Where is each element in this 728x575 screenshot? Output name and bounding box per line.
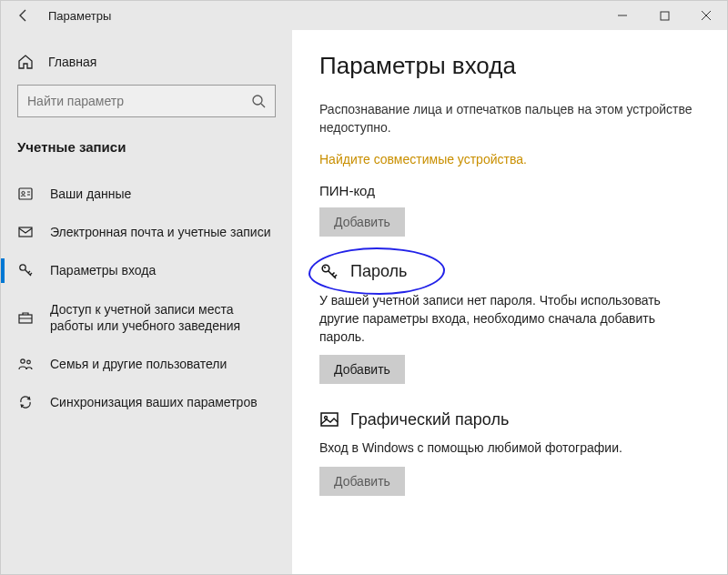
close-button[interactable] xyxy=(685,1,727,30)
main-content: Параметры входа Распознавание лица и отп… xyxy=(292,30,727,574)
picture-password-title: Графический пароль xyxy=(350,410,509,429)
svg-line-11 xyxy=(28,271,30,273)
sidebar-section-label: Учетные записи xyxy=(1,134,292,167)
picture-password-add-button[interactable]: Добавить xyxy=(319,467,405,496)
password-section: Пароль У вашей учетной записи нет пароля… xyxy=(319,262,700,385)
svg-rect-1 xyxy=(661,12,669,20)
svg-line-21 xyxy=(335,275,338,277)
back-button[interactable] xyxy=(10,2,37,29)
titlebar: Параметры xyxy=(1,1,727,30)
sidebar-item-work-school[interactable]: Доступ к учетной записи места работы или… xyxy=(1,290,292,345)
home-icon xyxy=(17,54,35,70)
search-box[interactable] xyxy=(17,85,276,117)
sidebar-item-email-accounts[interactable]: Электронная почта и учетные записи xyxy=(1,213,292,251)
briefcase-icon xyxy=(17,309,35,326)
sidebar-item-label: Параметры входа xyxy=(50,262,276,278)
password-add-button[interactable]: Добавить xyxy=(319,355,405,384)
window-title: Параметры xyxy=(48,9,111,23)
sidebar-item-family[interactable]: Семья и другие пользователи xyxy=(1,345,292,383)
sidebar-item-your-info[interactable]: Ваши данные xyxy=(1,175,292,213)
people-icon xyxy=(17,356,35,372)
svg-point-23 xyxy=(325,417,328,419)
pin-add-button[interactable]: Добавить xyxy=(319,207,405,237)
password-description: У вашей учетной записи нет пароля. Чтобы… xyxy=(319,291,700,347)
picture-password-section: Графический пароль Вход в Windows с помо… xyxy=(319,409,700,495)
search-icon xyxy=(251,94,266,108)
picture-password-description: Вход в Windows с помощью любимой фотогра… xyxy=(319,439,700,457)
mail-icon xyxy=(17,224,35,240)
svg-point-16 xyxy=(27,360,31,364)
svg-point-5 xyxy=(22,191,25,194)
svg-line-3 xyxy=(261,104,265,107)
svg-rect-4 xyxy=(19,188,32,199)
minimize-button[interactable] xyxy=(602,1,643,30)
home-nav[interactable]: Главная xyxy=(1,46,292,85)
pin-section: ПИН-код Добавить xyxy=(319,183,700,237)
sidebar-item-label: Синхронизация ваших параметров xyxy=(50,394,276,410)
find-devices-link[interactable]: Найдите совместимые устройства. xyxy=(319,152,700,166)
svg-point-15 xyxy=(21,359,25,363)
password-title: Пароль xyxy=(350,262,407,281)
svg-line-20 xyxy=(332,272,335,275)
svg-point-2 xyxy=(253,96,262,105)
sidebar-item-signin-options[interactable]: Параметры входа xyxy=(1,251,292,289)
window-controls xyxy=(602,1,727,30)
page-heading: Параметры входа xyxy=(319,52,700,80)
key-icon xyxy=(17,262,35,278)
svg-point-9 xyxy=(20,265,25,270)
pin-title: ПИН-код xyxy=(319,183,700,198)
sidebar-item-label: Ваши данные xyxy=(50,186,276,202)
sidebar-item-sync[interactable]: Синхронизация ваших параметров xyxy=(1,383,292,421)
sidebar-nav: Ваши данные Электронная почта и учетные … xyxy=(1,175,292,421)
picture-icon xyxy=(319,409,339,429)
sidebar-item-label: Электронная почта и учетные записи xyxy=(50,224,276,240)
maximize-button[interactable] xyxy=(643,1,685,30)
svg-line-12 xyxy=(30,273,32,275)
home-label: Главная xyxy=(48,55,96,69)
svg-point-17 xyxy=(322,265,329,272)
biometrics-unavailable-text: Распознавание лица и отпечатков пальцев … xyxy=(319,100,700,137)
sidebar-item-label: Доступ к учетной записи места работы или… xyxy=(50,301,276,334)
sync-icon xyxy=(17,394,35,410)
search-input[interactable] xyxy=(27,94,266,108)
svg-point-18 xyxy=(324,267,326,268)
key-icon xyxy=(319,262,339,282)
sidebar-item-label: Семья и другие пользователи xyxy=(50,356,276,372)
svg-rect-8 xyxy=(19,227,32,237)
person-badge-icon xyxy=(17,186,35,202)
sidebar: Главная Учетные записи Ваши данные xyxy=(1,30,292,574)
